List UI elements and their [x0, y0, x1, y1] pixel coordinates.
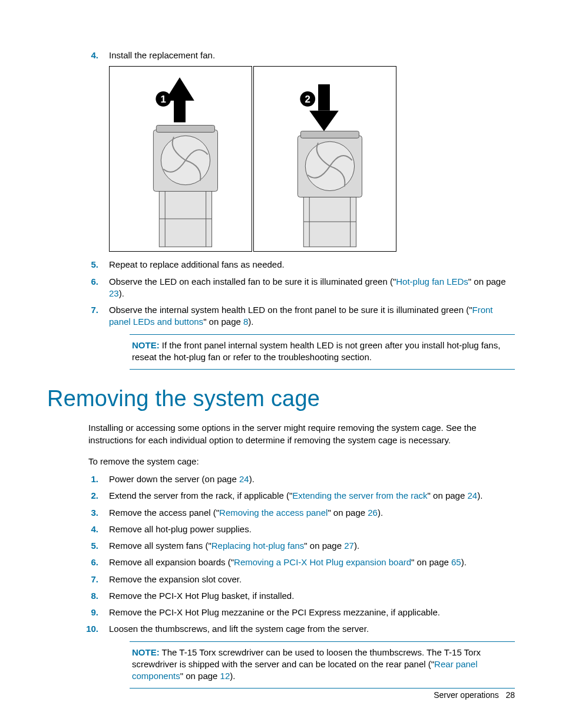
step-text: Remove the PCI-X Hot Plug mezzanine or t…	[109, 607, 515, 618]
step-text: Remove the access panel ("Removing the a…	[109, 507, 515, 519]
step-text: Install the replacement fan.	[109, 50, 515, 61]
page: 4. Install the replacement fan. 1	[0, 0, 562, 728]
note-text-mid: " on page	[180, 671, 220, 681]
step-number: 5.	[47, 540, 109, 552]
text: " on page	[468, 276, 506, 286]
text: " on page	[203, 317, 243, 327]
top-steps-cont: 5. Repeat to replace additional fans as …	[47, 259, 515, 328]
step-number: 3.	[47, 507, 109, 519]
link-replacing-hotplug-fans[interactable]: Replacing hot-plug fans	[211, 541, 305, 551]
step-4: 4. Install the replacement fan.	[47, 50, 515, 61]
step-5: 5. Repeat to replace additional fans as …	[47, 259, 515, 271]
page-link-12[interactable]: 12	[220, 671, 230, 681]
text: ).	[354, 541, 359, 551]
svg-rect-13	[300, 131, 359, 139]
step-b9: 9. Remove the PCI-X Hot Plug mezzanine o…	[47, 607, 515, 618]
step-text: Remove all system fans ("Replacing hot-p…	[109, 540, 515, 552]
section-heading: Removing the system cage	[47, 384, 515, 414]
lead-in: To remove the system cage:	[88, 456, 515, 467]
step-b3: 3. Remove the access panel ("Removing th…	[47, 507, 515, 519]
fan-install-illustration: 2	[254, 67, 396, 251]
text: ).	[378, 508, 383, 518]
step-number: 5.	[47, 259, 109, 271]
link-hotplug-fan-leds[interactable]: Hot-plug fan LEDs	[396, 276, 468, 286]
svg-rect-3	[156, 126, 214, 133]
step-number: 10.	[47, 623, 109, 635]
step-text: Extend the server from the rack, if appl…	[109, 490, 515, 502]
figure-badge-2: 2	[305, 94, 310, 105]
note-top: NOTE: If the front panel internal system…	[130, 334, 515, 370]
step-text: Repeat to replace additional fans as nee…	[109, 259, 515, 271]
svg-rect-9	[318, 84, 330, 111]
footer-section: Server operations	[434, 690, 499, 700]
fan-figure: 1	[109, 66, 515, 252]
footer-page-number: 28	[505, 690, 515, 700]
text: Observe the LED on each installed fan to…	[109, 276, 396, 286]
note-label: NOTE:	[132, 647, 160, 657]
step-number: 4.	[47, 50, 109, 61]
step-text: Remove the PCI-X Hot Plug basket, if ins…	[109, 590, 515, 602]
step-number: 6.	[47, 276, 109, 300]
fan-remove-illustration: 1	[110, 67, 252, 251]
note-text-post: ).	[230, 671, 235, 681]
top-steps: 4. Install the replacement fan.	[47, 50, 515, 61]
text: ).	[119, 288, 124, 298]
step-number: 7.	[47, 574, 109, 585]
step-b6: 6. Remove all expansion boards ("Removin…	[47, 556, 515, 568]
text: Extend the server from the rack, if appl…	[109, 490, 292, 500]
page-link-65[interactable]: 65	[451, 557, 461, 567]
page-link-27[interactable]: 27	[344, 541, 354, 551]
svg-rect-5	[159, 192, 211, 247]
step-text: Loosen the thumbscrews, and lift the sys…	[109, 623, 515, 635]
step-b7: 7. Remove the expansion slot cover.	[47, 574, 515, 585]
link-extending-server[interactable]: Extending the server from the rack	[292, 490, 427, 500]
step-text: Observe the internal system health LED o…	[109, 304, 515, 328]
step-b1: 1. Power down the server (on page 24).	[47, 473, 515, 485]
text: Observe the internal system health LED o…	[109, 305, 472, 315]
page-footer: Server operations 28	[434, 690, 515, 701]
step-b10: 10. Loosen the thumbscrews, and lift the…	[47, 623, 515, 635]
text: Remove the access panel ("	[109, 508, 219, 518]
figure-panel-1: 1	[109, 66, 252, 252]
step-b5: 5. Remove all system fans ("Replacing ho…	[47, 540, 515, 552]
intro-paragraph: Installing or accessing some options in …	[88, 422, 515, 446]
step-number: 1.	[47, 473, 109, 485]
step-number: 4.	[47, 523, 109, 535]
text: Remove all expansion boards ("	[109, 557, 234, 567]
step-b4: 4. Remove all hot-plug power supplies.	[47, 523, 515, 535]
text: Power down the server (on page	[109, 474, 239, 484]
text: " on page	[411, 557, 451, 567]
figure-badge-1: 1	[161, 94, 166, 105]
text: Remove all system fans ("	[109, 541, 211, 551]
svg-marker-10	[309, 111, 339, 131]
page-link-26[interactable]: 26	[368, 508, 378, 518]
text: ).	[477, 490, 482, 500]
text: " on page	[304, 541, 344, 551]
figure-panel-2: 2	[253, 66, 396, 252]
step-b2: 2. Extend the server from the rack, if a…	[47, 490, 515, 502]
step-number: 7.	[47, 304, 109, 328]
text: ).	[461, 557, 467, 567]
note-label: NOTE:	[132, 340, 160, 350]
link-removing-access-panel[interactable]: Removing the access panel	[219, 508, 328, 518]
link-removing-pcix-board[interactable]: Removing a PCI-X Hot Plug expansion boar…	[234, 557, 411, 567]
page-link-23[interactable]: 23	[109, 288, 119, 298]
text: " on page	[428, 490, 468, 500]
note-bottom: NOTE: The T-15 Torx screwdriver can be u…	[130, 641, 515, 689]
step-number: 9.	[47, 607, 109, 618]
step-7: 7. Observe the internal system health LE…	[47, 304, 515, 328]
step-6: 6. Observe the LED on each installed fan…	[47, 276, 515, 300]
step-text: Observe the LED on each installed fan to…	[109, 276, 515, 300]
text: ).	[249, 474, 254, 484]
step-text: Remove the expansion slot cover.	[109, 574, 515, 585]
text: ).	[248, 317, 253, 327]
step-b8: 8. Remove the PCI-X Hot Plug basket, if …	[47, 590, 515, 602]
page-link-24a[interactable]: 24	[239, 474, 249, 484]
bottom-steps: 1. Power down the server (on page 24). 2…	[47, 473, 515, 635]
page-link-24b[interactable]: 24	[467, 490, 477, 500]
note-text-pre: The T-15 Torx screwdriver can be used to…	[132, 647, 481, 669]
step-text: Remove all hot-plug power supplies.	[109, 523, 515, 535]
text: " on page	[328, 508, 368, 518]
step-text: Remove all expansion boards ("Removing a…	[109, 556, 515, 568]
step-text: Power down the server (on page 24).	[109, 473, 515, 485]
